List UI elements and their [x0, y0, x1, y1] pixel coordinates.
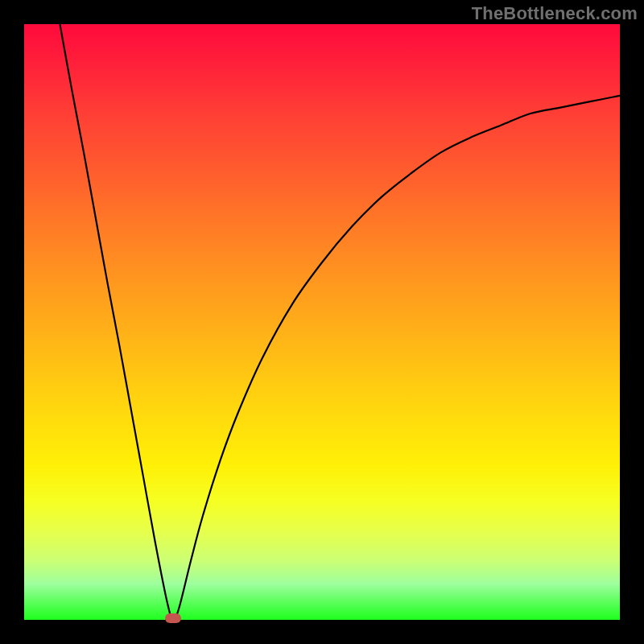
chart-frame: TheBottleneck.com [0, 0, 644, 644]
curve-min-marker [165, 613, 181, 623]
bottleneck-curve [60, 24, 620, 620]
curve-layer [24, 24, 620, 620]
plot-area [24, 24, 620, 620]
watermark-text: TheBottleneck.com [472, 3, 638, 24]
